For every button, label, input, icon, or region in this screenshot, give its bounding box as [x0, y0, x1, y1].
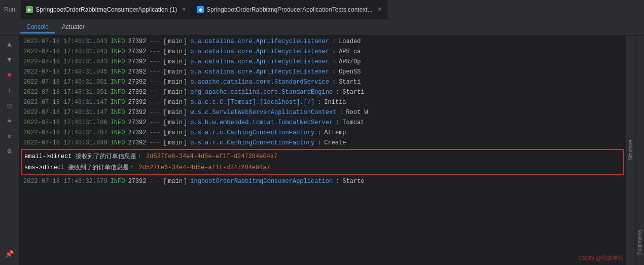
hl-value-1: 2d527fe6-34e4-4d5e-af1f-d247284e04a7	[146, 153, 277, 160]
producer-tab-close[interactable]: ✕	[377, 6, 382, 13]
tab-consumer[interactable]: ▶ SpringbootOrderRabbitmqConsumberApplic…	[21, 0, 192, 19]
main-area: ▲ ▼ ■ ↓ ⊡ ≡ ✕ ⚙ 📌 2022-07-18 17:40:31.04…	[0, 35, 644, 265]
log-line: 2022-07-18 17:40:31.051 INFO 27392 --- […	[19, 87, 626, 97]
log-line: 2022-07-18 17:40:31.051 INFO 27392 --- […	[19, 77, 626, 87]
log-content[interactable]: 2022-07-18 17:40:31.043 INFO 27392 --- […	[19, 35, 626, 265]
consumer-tab-icon: ▶	[26, 6, 33, 13]
log-line: 2022-07-18 17:40:31.147 INFO 27392 --- […	[19, 97, 626, 107]
log-line: 2022-07-18 17:40:31.043 INFO 27392 --- […	[19, 36, 626, 47]
bookmarks-label: Bookmarks	[637, 230, 642, 255]
download-btn[interactable]: ↓	[3, 83, 17, 97]
hl-label-2: 接收到了的订单信息是：	[68, 164, 135, 171]
top-bar: Run: ▶ SpringbootOrderRabbitmqConsumberA…	[0, 0, 644, 19]
last-log-line: 2022-07-18 17:40:32.679 INFO 27392 --- […	[19, 176, 626, 186]
log-line: 2022-07-18 17:40:31.043 INFO 27392 --- […	[19, 47, 626, 57]
log-line: 2022-07-18 17:40:31.043 INFO 27392 --- […	[19, 57, 626, 67]
console-tab[interactable]: Console	[20, 21, 55, 33]
filter-btn[interactable]: ≡	[3, 113, 17, 128]
structure-label: Structure	[628, 140, 633, 161]
scroll-up-btn[interactable]: ▲	[3, 37, 17, 52]
tab-producer[interactable]: ◆ SpringbootOrderRabbitmqProducerApplica…	[192, 0, 387, 19]
clear-btn[interactable]: ✕	[3, 129, 17, 143]
log-line: 2022-07-18 17:40:31.949 INFO 27392 --- […	[19, 138, 626, 148]
consumer-tab-label: SpringbootOrderRabbitmqConsumberApplicat…	[35, 6, 177, 13]
left-sidebar: ▲ ▼ ■ ↓ ⊡ ≡ ✕ ⚙ 📌	[0, 35, 19, 265]
pin-btn[interactable]: 📌	[3, 247, 17, 261]
actuator-tab[interactable]: Actuator	[56, 21, 91, 33]
hl-value-2: 2d527fe6-34e4-4d5e-af1f-d247284e04a7	[139, 164, 270, 171]
hl-key-2: sms->direct	[24, 164, 64, 171]
hl-label-1: 接收到了的订单信息是：	[76, 153, 142, 160]
log-line: 2022-07-18 17:40:31.787 INFO 27392 --- […	[19, 128, 626, 138]
wrap-btn[interactable]: ⊡	[3, 98, 17, 112]
log-line: 2022-07-18 17:40:31.786 INFO 27392 --- […	[19, 118, 626, 128]
log-line: 2022-07-18 17:40:31.045 INFO 27392 --- […	[19, 67, 626, 77]
producer-tab-icon: ◆	[197, 6, 204, 13]
toolbar-row: Console Actuator	[0, 19, 644, 35]
hl-key-1: email->direct	[24, 153, 72, 160]
highlight-line-2: sms->direct 接收到了的订单信息是： 2d527fe6-34e4-4d…	[24, 162, 621, 173]
structure-sidebar[interactable]: Structure	[626, 35, 635, 265]
stop-btn[interactable]: ■	[3, 68, 17, 82]
settings-btn[interactable]: ⚙	[3, 144, 17, 158]
producer-tab-label: SpringbootOrderRabbitmqProducerApplicati…	[206, 6, 373, 13]
consumer-tab-close[interactable]: ✕	[182, 6, 186, 13]
highlight-line-1: email->direct 接收到了的订单信息是： 2d527fe6-34e4-…	[24, 151, 621, 162]
scroll-down-btn[interactable]: ▼	[3, 53, 17, 67]
bookmarks-sidebar[interactable]: Bookmarks	[635, 35, 644, 265]
highlight-box: email->direct 接收到了的订单信息是： 2d527fe6-34e4-…	[21, 149, 624, 175]
csdn-watermark: CSDN @码农桦仔	[579, 254, 624, 262]
log-line: 2022-07-18 17:40:31.147 INFO 27392 --- […	[19, 107, 626, 118]
run-label: Run:	[0, 6, 21, 13]
